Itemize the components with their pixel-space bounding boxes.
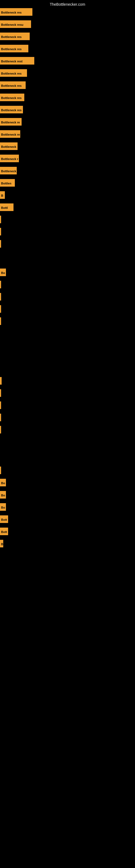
bar-item: Bott	[0, 528, 8, 535]
bar-label: Bottleneck	[0, 143, 17, 150]
bar-item	[0, 216, 1, 223]
bar-label: Bottleneck r	[0, 155, 19, 162]
bar-item	[0, 467, 1, 474]
bar-item: Bottleneck re	[0, 130, 20, 138]
bar-label: Bottleneck	[0, 167, 17, 175]
bar-item: Bottleneck	[0, 143, 17, 150]
bar-label: Bott	[0, 528, 8, 535]
bar-label: Bo	[0, 503, 6, 511]
bar-item: Bo	[0, 269, 6, 276]
bar-item: Bottleneck	[0, 167, 17, 175]
bar-label: Bottleneck res	[0, 33, 30, 40]
bar-item: Bottleneck res	[0, 94, 24, 101]
bar-label: Bottleneck res	[0, 106, 23, 113]
bar-item	[0, 401, 1, 409]
bar-item: Bottleneck re	[0, 118, 21, 126]
bar-label: Bottleneck resu	[0, 20, 31, 28]
bar-item: Bott	[0, 516, 8, 523]
bar-item	[0, 389, 1, 397]
bar-item	[0, 317, 1, 325]
site-title: TheBottlenecker.com	[0, 0, 135, 9]
bar-item: Bottleneck rest	[0, 57, 34, 65]
bar-item: Bottlen	[0, 179, 15, 187]
bar-item	[0, 293, 1, 301]
bar-label: Bottleneck re	[0, 118, 21, 126]
bar-item	[0, 426, 1, 433]
bar-item	[0, 240, 1, 248]
bar-item	[0, 281, 1, 288]
bar-item	[0, 228, 1, 236]
bar-item: Bo	[0, 503, 6, 511]
bar-label: Bo	[0, 491, 6, 499]
bar-label: Bottleneck res	[0, 82, 26, 89]
bar-label: Bo	[0, 269, 6, 276]
bar-item: Bottleneck res	[0, 82, 26, 89]
bar-item	[0, 414, 1, 421]
bar-item: Bottleneck resu	[0, 20, 31, 28]
bar-item: Bottl	[0, 204, 13, 211]
bar-item: Bottleneck res	[0, 33, 30, 40]
bar-label: B	[0, 540, 3, 547]
bar-label: Bo	[0, 479, 6, 486]
bar-label: Bott	[0, 516, 8, 523]
bar-item: Bottleneck res	[0, 8, 32, 16]
bar-item: Bottleneck res	[0, 106, 23, 113]
bar-label: B	[0, 191, 5, 199]
bar-item: Bo	[0, 479, 6, 486]
bar-item	[0, 305, 1, 313]
bar-label: Bottleneck rest	[0, 57, 34, 65]
bar-item: Bottleneck res	[0, 45, 28, 52]
bar-label: Bottleneck res	[0, 94, 24, 101]
bar-item: Bottleneck r	[0, 155, 19, 162]
bar-label: Bottleneck re	[0, 130, 20, 138]
bar-label: Bottleneck res	[0, 8, 32, 16]
bar-label: Bottlen	[0, 179, 15, 187]
bar-item	[0, 377, 2, 384]
bar-item: Bottleneck res	[0, 69, 27, 77]
bar-label: Bottleneck res	[0, 69, 27, 77]
bar-item: B	[0, 540, 3, 547]
bar-label: Bottl	[0, 204, 13, 211]
bar-item: Bo	[0, 491, 6, 499]
bar-item: B	[0, 191, 5, 199]
bar-label: Bottleneck res	[0, 45, 28, 52]
